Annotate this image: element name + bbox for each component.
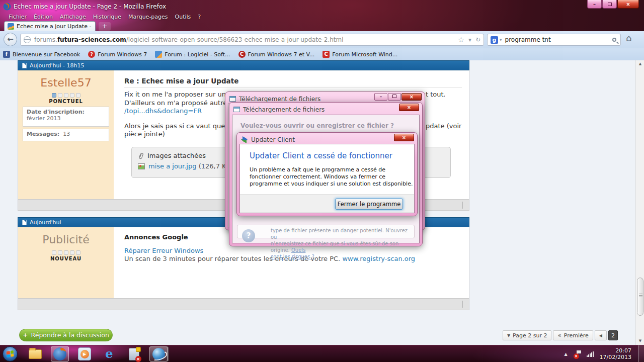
bookmark-forum-windows7[interactable]: ?Forum Windows 7 — [88, 51, 147, 58]
dropdown-icon: ▼ — [507, 333, 510, 338]
menu-historique[interactable]: Historique — [90, 14, 125, 20]
tab-active[interactable]: Echec mise a jour Update - Page 2 — [4, 21, 96, 31]
bookmark-star-icon[interactable]: ☆ — [458, 36, 464, 44]
minimize-button[interactable]: – — [587, 0, 602, 9]
menu-outils[interactable]: Outils — [172, 14, 195, 20]
dialog-titlebar[interactable]: Updater Client — [239, 135, 415, 144]
close-button[interactable]: × — [394, 134, 414, 141]
taskbar-explorer-button[interactable] — [26, 346, 44, 361]
previous-page-button[interactable]: ◀ — [595, 330, 607, 340]
dialog-titlebar[interactable]: Téléchargement de fichiers — [231, 105, 420, 114]
internet-explorer-icon: e — [105, 348, 113, 360]
home-button[interactable]: ⌂ — [626, 33, 631, 43]
scroll-down-icon[interactable]: ▼ — [636, 337, 644, 345]
post-text-line: pièce jointe) — [124, 130, 165, 138]
bookmark-forum-microsoft[interactable]: CForum Microsoft Wind... — [323, 51, 397, 58]
author-name: Publicité — [18, 233, 114, 246]
error-message: Un problème a fait que le programme a ce… — [250, 166, 416, 188]
dialog-title: Updater Client — [251, 136, 295, 143]
post-link[interactable]: /topi...dhs&doclang=FR — [124, 107, 202, 115]
bookmark-forum-logiciel[interactable]: Forum : Logiciel - Soft... — [155, 51, 230, 58]
search-input[interactable] — [505, 36, 612, 43]
attachment-link[interactable]: mise a jour.jpg — [148, 162, 196, 170]
search-icon[interactable] — [612, 38, 616, 42]
url-dropdown-icon[interactable]: ▾ — [468, 36, 471, 43]
close-program-button[interactable]: Fermer le programme — [335, 199, 403, 210]
taskbar-firefox-button[interactable] — [51, 346, 69, 361]
author-name[interactable]: Estelle57 — [18, 76, 114, 89]
post-title: Re : Echec mise a jour Update — [124, 77, 238, 85]
action-center-icon[interactable] — [574, 350, 581, 358]
taskbar-ie-button[interactable]: e — [100, 346, 118, 361]
post-text-line: Fix it on me l'a proposer sur un — [124, 90, 226, 98]
close-button[interactable]: × — [401, 93, 422, 101]
image-icon — [138, 163, 145, 169]
dialog-footer: Fermer le programme — [240, 194, 414, 213]
maximize-button[interactable] — [602, 0, 617, 9]
current-page-indicator: 2 — [608, 330, 618, 340]
page-select-button[interactable]: ▼Page 2 sur 2 — [503, 330, 552, 340]
bookmark-forum-windows7-vista[interactable]: CForum Windows 7 et V... — [238, 51, 315, 58]
first-page-button[interactable]: «Première — [553, 330, 593, 340]
menu-edition[interactable]: Édition — [30, 14, 56, 20]
post-header: Aujourd'hui - 18h15 — [18, 60, 469, 70]
new-tab-button[interactable]: + — [99, 22, 111, 31]
close-button[interactable]: × — [399, 104, 419, 111]
firefox-icon — [53, 347, 66, 360]
post-timestamp: Aujourd'hui - 18h15 — [30, 62, 85, 69]
folder-icon — [29, 349, 42, 359]
post-timestamp: Aujourd'hui — [30, 219, 61, 226]
show-desktop-button[interactable] — [638, 345, 644, 362]
reload-icon[interactable]: ↻ — [475, 36, 480, 43]
back-button[interactable]: ← — [4, 33, 17, 46]
start-button[interactable] — [3, 346, 18, 361]
tab-title: Echec mise a jour Update - Page 2 — [17, 23, 92, 30]
clock[interactable]: 20:07 17/02/2013 — [600, 347, 631, 360]
maximize-icon — [608, 3, 612, 6]
attachment-size: (126,7 K — [199, 162, 226, 170]
pagination: ▼Page 2 sur 2 «Première ◀ 2 — [503, 330, 618, 340]
menu-marque-pages[interactable]: Marque-pages — [125, 14, 171, 20]
scroll-up-icon[interactable]: ▲ — [636, 60, 644, 68]
dialog-title: Téléchargement de fichiers — [239, 96, 320, 103]
vertical-scrollbar[interactable]: ▲ ▼ — [635, 60, 644, 345]
risks-link[interactable]: Quels — [291, 247, 305, 253]
minimize-button[interactable]: – — [374, 93, 387, 101]
ad-link[interactable]: Réparer Erreur Windows — [124, 247, 203, 254]
desktop: Echec mise a jour Update - Page 2 - Mozi… — [0, 0, 644, 362]
taskbar-updater-button[interactable] — [149, 346, 168, 361]
bookmark-facebook[interactable]: fBienvenue sur Facebook — [3, 51, 80, 58]
url-bar[interactable]: forums.futura-sciences.com/logiciel-soft… — [20, 34, 484, 46]
plus-icon: + — [23, 331, 28, 339]
menu-aide[interactable]: ? — [194, 14, 204, 20]
taskbar-media-player-button[interactable]: ▶ — [75, 346, 94, 361]
scrollbar-thumb[interactable] — [637, 278, 643, 316]
updater-client-icon — [241, 136, 248, 143]
forum-logiciel-icon — [155, 51, 162, 58]
download-dialog-icon — [229, 96, 236, 102]
globe-icon — [24, 36, 31, 43]
network-icon[interactable] — [587, 351, 594, 357]
restore-icon — [392, 95, 396, 98]
clock-time: 20:07 — [600, 347, 631, 354]
close-button[interactable]: × — [617, 0, 639, 9]
security-warning-text: type de fichier présente un danger poten… — [271, 227, 414, 260]
window-titlebar[interactable]: Echec mise a jour Update - Page 2 - Mozi… — [0, 0, 644, 13]
post-footer-bar — [18, 298, 469, 310]
search-engine-dropdown-icon[interactable]: ▾ — [500, 37, 502, 42]
risks-link[interactable]: sont les risques ? — [271, 254, 314, 259]
taskbar-contacts-button[interactable] — [125, 346, 143, 361]
download-dialog-icon — [233, 107, 240, 112]
search-bar[interactable]: g ▾ — [487, 34, 621, 46]
ad-title: Annonces Google — [124, 233, 188, 241]
menu-affichage[interactable]: Affichage — [56, 14, 90, 20]
google-icon[interactable]: g — [491, 36, 498, 44]
url-text: forums.futura-sciences.com/logiciel-soft… — [34, 36, 458, 43]
tray-expand-icon[interactable]: ▲ — [564, 352, 567, 356]
reply-button[interactable]: + Répondre à la discussion — [19, 329, 113, 341]
security-shield-icon: ? — [242, 229, 255, 242]
post-text-line: Alors je sais pas si ca vaut quel — [124, 122, 227, 130]
restore-button[interactable] — [388, 93, 401, 101]
close-icon: × — [626, 2, 630, 7]
menu-fichier[interactable]: Fichier — [5, 14, 30, 20]
